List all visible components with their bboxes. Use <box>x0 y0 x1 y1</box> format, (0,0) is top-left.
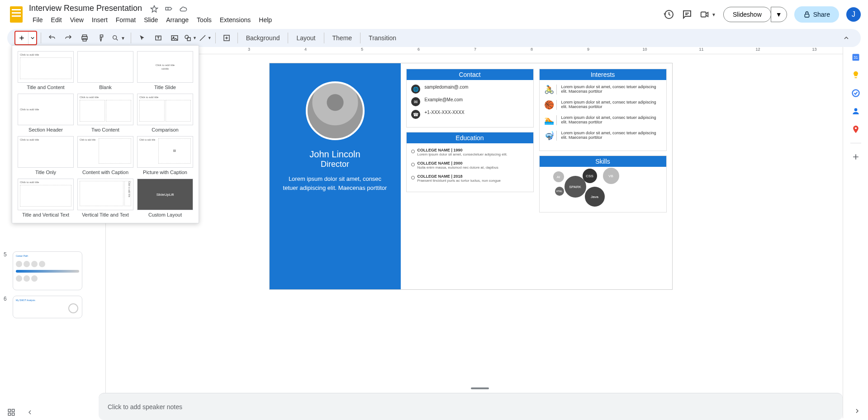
layout-two-content[interactable]: Click to add titleTwo Content <box>77 94 133 132</box>
education-card: Education COLLEGE NAME | 1990Lorem ipsum… <box>406 132 534 192</box>
user-avatar[interactable]: J <box>846 7 861 22</box>
cloud-status-icon[interactable] <box>179 5 188 14</box>
profile-name: John Lincoln <box>309 149 360 160</box>
layout-content-caption[interactable]: Click to add titleContent with Caption <box>77 136 133 175</box>
svg-rect-20 <box>12 413 14 415</box>
menu-help[interactable]: Help <box>255 14 275 25</box>
basketball-icon: 🏀 <box>544 100 557 110</box>
svg-rect-0 <box>701 12 706 17</box>
redo-button[interactable] <box>61 31 76 45</box>
new-slide-button[interactable] <box>15 32 28 44</box>
menu-extensions[interactable]: Extensions <box>216 14 254 25</box>
undo-button[interactable] <box>45 31 59 45</box>
slideshow-caret[interactable]: ▼ <box>771 7 787 22</box>
transition-button[interactable]: Transition <box>364 33 401 43</box>
layout-title-content[interactable]: Click to add titleTitle and Content <box>18 51 74 90</box>
doc-title[interactable]: Interview Resume Presentation <box>29 4 142 13</box>
phone-icon: ☎ <box>411 110 420 119</box>
menu-format[interactable]: Format <box>112 14 139 25</box>
slide-num-5: 5 <box>4 251 9 290</box>
svg-rect-18 <box>12 409 14 411</box>
paint-format-button[interactable] <box>94 31 108 45</box>
swimming-icon: 🏊 <box>544 115 557 125</box>
layout-custom[interactable]: SlideUpLiftCustom Layout <box>137 179 193 217</box>
svg-point-15 <box>854 108 857 111</box>
layout-title-only[interactable]: Click to add titleTitle Only <box>18 136 74 175</box>
canvas-area: 12345678910111213 John Lincoln Director … <box>99 47 843 418</box>
slide-num-6: 6 <box>4 296 9 318</box>
layout-button[interactable]: Layout <box>292 33 320 43</box>
print-button[interactable] <box>77 31 92 45</box>
prev-slide-icon[interactable] <box>26 409 33 416</box>
tasks-icon[interactable] <box>851 89 860 98</box>
svg-text:31: 31 <box>854 55 858 60</box>
slide-thumb-5[interactable]: Career Path <box>13 251 82 290</box>
slideshow-button[interactable]: Slideshow <box>723 7 771 22</box>
collapse-toolbar-icon[interactable] <box>839 31 854 45</box>
history-icon[interactable] <box>664 9 674 20</box>
menubar: File Edit View Insert Format Slide Arran… <box>29 14 664 25</box>
menu-slide[interactable]: Slide <box>140 14 161 25</box>
globe-icon: 🌐 <box>411 85 420 94</box>
profile-photo <box>306 81 365 140</box>
comments-icon[interactable] <box>682 9 693 20</box>
line-tool[interactable]: ▼ <box>199 31 212 45</box>
slide-canvas[interactable]: John Lincoln Director Lorem ipsum dolor … <box>270 63 672 289</box>
menu-edit[interactable]: Edit <box>47 14 66 25</box>
shape-tool[interactable]: ▼ <box>184 31 197 45</box>
horizontal-ruler: 12345678910111213 <box>99 47 843 54</box>
layout-comparison[interactable]: Click to add titleComparison <box>137 94 193 132</box>
svg-rect-17 <box>8 409 10 411</box>
interests-card: Interests 🚴Lorem ipsum dolor sit amet, c… <box>539 69 667 151</box>
share-button[interactable]: Share <box>794 6 839 23</box>
textbox-tool[interactable] <box>151 31 166 45</box>
skills-card: Skills AI CSS SPARK VB Java HTML <box>539 156 667 212</box>
mail-icon: ✉ <box>411 97 420 106</box>
svg-rect-1 <box>805 14 809 17</box>
contacts-icon[interactable] <box>851 107 860 116</box>
svg-point-5 <box>113 36 117 39</box>
menu-arrange[interactable]: Arrange <box>162 14 192 25</box>
new-slide-group <box>14 31 37 45</box>
background-button[interactable]: Background <box>242 33 285 43</box>
layout-title-slide[interactable]: Click to add titlesubtitleTitle Slide <box>137 51 193 90</box>
layout-title-vertical[interactable]: Click to add titleTitle and Vertical Tex… <box>18 179 74 217</box>
cycling-icon: 🚴 <box>544 85 557 94</box>
right-side-panel: 31 <box>843 47 868 418</box>
maps-icon[interactable] <box>851 125 860 134</box>
theme-button[interactable]: Theme <box>328 33 357 43</box>
menu-view[interactable]: View <box>66 14 87 25</box>
star-icon[interactable] <box>150 5 159 14</box>
move-icon[interactable] <box>164 5 173 14</box>
comment-tool[interactable] <box>219 31 234 45</box>
app-header: Interview Resume Presentation File Edit … <box>0 0 868 29</box>
menu-insert[interactable]: Insert <box>88 14 111 25</box>
notes-resize-handle[interactable] <box>471 387 489 389</box>
layout-vertical-title[interactable]: Click to add titleVertical Title and Tex… <box>77 179 133 217</box>
keep-icon[interactable] <box>851 71 860 80</box>
select-tool[interactable] <box>135 31 149 45</box>
grid-view-icon[interactable] <box>7 408 15 416</box>
toolbar: ▼ ▼ ▼ Background Layout Theme Transition <box>7 29 861 47</box>
svg-point-9 <box>185 35 189 39</box>
slide-thumb-6[interactable]: My SWOT Analysis <box>13 296 82 318</box>
profile-role: Director <box>321 160 349 169</box>
layout-picture-caption[interactable]: Click to add title🖼Picture with Caption <box>137 136 193 175</box>
expand-side-panel-icon[interactable] <box>854 407 861 415</box>
new-slide-caret[interactable] <box>28 32 36 44</box>
speaker-notes[interactable]: Click to add speaker notes <box>99 393 843 420</box>
menu-file[interactable]: File <box>29 14 47 25</box>
calendar-icon[interactable]: 31 <box>851 52 860 61</box>
profile-desc: Lorem ipsum dolor sit amet, consec tetue… <box>283 175 387 192</box>
add-addon-icon[interactable] <box>851 152 860 161</box>
svg-point-16 <box>854 127 856 129</box>
image-tool[interactable] <box>167 31 182 45</box>
layout-blank[interactable]: Blank <box>77 51 133 90</box>
zoom-button[interactable]: ▼ <box>110 31 127 45</box>
slides-logo[interactable] <box>7 5 25 24</box>
diving-icon: 🤿 <box>544 131 557 141</box>
layout-section-header[interactable]: Click to add titleSection Header <box>18 94 74 132</box>
slide-left-panel: John Lincoln Director Lorem ipsum dolor … <box>270 63 401 289</box>
meet-icon[interactable]: ▼ <box>700 9 716 20</box>
menu-tools[interactable]: Tools <box>193 14 215 25</box>
